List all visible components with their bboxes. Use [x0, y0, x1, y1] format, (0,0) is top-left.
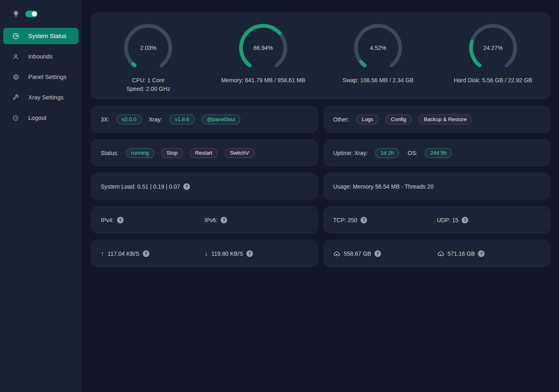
- uptime-card: Uptime: Xray: 1d 2h OS: 24d 5h: [323, 139, 550, 167]
- sidebar-item-logout[interactable]: Logout: [3, 110, 79, 126]
- theme-toggle-row: [0, 7, 82, 20]
- sidebar-item-system-status[interactable]: System Status: [3, 28, 79, 44]
- cpu-speed-label: Speed: 2.00 GHz: [126, 85, 170, 93]
- question-circle-icon[interactable]: ?: [143, 250, 149, 257]
- sidebar-item-label: Panel Settings: [28, 74, 67, 80]
- connections-card: TCP: 250 ? UDP: 15 ?: [323, 206, 550, 234]
- question-circle-icon[interactable]: ?: [478, 250, 485, 257]
- sidebar-item-label: Xray Settings: [28, 94, 63, 101]
- question-circle-icon[interactable]: ?: [361, 217, 367, 223]
- swap-gauge: 4.52% Swap: 108.56 MB / 2.34 GB: [321, 23, 436, 85]
- total-traffic-card: 558.67 GB ? 571.16 GB ?: [323, 240, 550, 267]
- status-label: Status:: [101, 150, 119, 156]
- downloaded-total-block: 571.16 GB ?: [437, 250, 541, 257]
- restart-button[interactable]: Restart: [190, 148, 218, 158]
- cpu-label: CPU: 1 Core: [126, 76, 170, 85]
- download-speed-block: ↓ 119.80 KB/S ?: [205, 250, 309, 257]
- status-card: Status: running Stop Restart SwitchV: [91, 139, 318, 167]
- udp-count: UDP: 15: [437, 217, 459, 223]
- tcp-block: TCP: 250 ?: [333, 217, 437, 223]
- xray-uptime-tag: 1d 2h: [375, 148, 399, 158]
- network-speed-card: ↑ 117.04 KB/S ? ↓ 119.80 KB/S ?: [91, 240, 318, 267]
- dashboard-icon: [12, 33, 19, 40]
- sidebar-item-xray-settings[interactable]: Xray Settings: [3, 89, 79, 106]
- 3x-label: 3X:: [101, 116, 109, 123]
- switch-version-button[interactable]: SwitchV: [225, 148, 255, 158]
- ipv6-block: IPv6: ?: [205, 217, 309, 223]
- swap-label: Swap: 108.56 MB / 2.34 GB: [343, 76, 414, 85]
- sidebar-item-label: System Status: [28, 33, 66, 39]
- cloud-upload-icon: [333, 250, 340, 257]
- bulb-icon: [12, 10, 20, 18]
- disk-percent: 24.27%: [469, 23, 518, 72]
- usage-text: Usage: Memory 56.54 MB - Threads 20: [333, 183, 434, 190]
- xray-label: Xray:: [149, 116, 162, 123]
- wrench-icon: [12, 94, 19, 101]
- other-label: Other:: [333, 116, 349, 123]
- ipv6-label: IPv6:: [205, 217, 218, 223]
- question-circle-icon[interactable]: ?: [183, 183, 190, 190]
- upload-speed: 117.04 KB/S: [108, 250, 140, 257]
- uploaded-total: 558.67 GB: [344, 250, 371, 257]
- cloud-download-icon: [437, 250, 444, 257]
- gauges-card: 2.03% CPU: 1 Core Speed: 2.00 GHz 66.94%…: [91, 12, 550, 99]
- ip-card: IPv4: ? IPv6: ?: [91, 206, 318, 234]
- disk-gauge: 24.27% Hard Disk: 5.56 GB / 22.92 GB: [435, 23, 550, 85]
- system-load-text: System Load: 0.51 | 0.19 | 0.07: [101, 183, 180, 190]
- gear-icon: [12, 74, 19, 81]
- sidebar-item-inbounds[interactable]: Inbounds: [3, 48, 79, 65]
- question-circle-icon[interactable]: ?: [221, 217, 227, 223]
- memory-percent: 66.94%: [239, 23, 288, 72]
- panel-version-tag[interactable]: v2.0.0: [117, 115, 142, 124]
- upload-speed-block: ↑ 117.04 KB/S ?: [101, 250, 205, 257]
- cpu-gauge: 2.03% CPU: 1 Core Speed: 2.00 GHz: [91, 23, 206, 93]
- uploaded-total-block: 558.67 GB ?: [333, 250, 437, 257]
- swap-percent: 4.52%: [354, 23, 403, 72]
- status-running-tag: running: [126, 148, 154, 158]
- stop-button[interactable]: Stop: [161, 148, 183, 158]
- user-icon: [12, 53, 19, 60]
- tcp-count: TCP: 250: [333, 217, 357, 223]
- version-card: 3X: v2.0.0 Xray: v1.8.6 @panel3xui: [91, 106, 318, 133]
- cpu-percent: 2.03%: [124, 23, 173, 72]
- config-button[interactable]: Config: [385, 115, 412, 124]
- os-uptime-tag: 24d 5h: [425, 148, 452, 158]
- backup-restore-button[interactable]: Backup & Restore: [419, 115, 472, 124]
- theme-toggle-switch[interactable]: [25, 11, 38, 17]
- disk-label: Hard Disk: 5.56 GB / 22.92 GB: [454, 76, 532, 85]
- logs-button[interactable]: Logs: [356, 115, 379, 124]
- question-circle-icon[interactable]: ?: [246, 250, 253, 257]
- os-label: OS:: [408, 150, 417, 156]
- question-circle-icon[interactable]: ?: [462, 217, 468, 223]
- sidebar-item-label: Logout: [28, 115, 46, 121]
- ipv4-label: IPv4:: [101, 217, 114, 223]
- download-speed: 119.80 KB/S: [212, 250, 243, 257]
- arrow-up-icon: ↑: [101, 250, 104, 257]
- telegram-channel-tag[interactable]: @panel3xui: [202, 115, 241, 124]
- question-circle-icon[interactable]: ?: [117, 217, 124, 223]
- ipv4-block: IPv4: ?: [101, 217, 205, 223]
- other-card: Other: Logs Config Backup & Restore: [323, 106, 550, 133]
- usage-card: Usage: Memory 56.54 MB - Threads 20: [323, 173, 550, 200]
- toggle-knob: [32, 11, 37, 16]
- logout-icon: [12, 115, 19, 122]
- sidebar-item-panel-settings[interactable]: Panel Settings: [3, 69, 79, 85]
- memory-gauge: 66.94% Memory: 641.79 MB / 958.61 MB: [206, 23, 321, 85]
- xray-version-tag[interactable]: v1.8.6: [169, 115, 194, 124]
- sidebar: System Status Inbounds Panel Settings Xr…: [0, 0, 82, 392]
- system-load-card: System Load: 0.51 | 0.19 | 0.07 ?: [91, 173, 318, 200]
- uptime-label: Uptime: Xray:: [333, 150, 368, 156]
- memory-label: Memory: 641.79 MB / 958.61 MB: [221, 76, 305, 85]
- main-content: 2.03% CPU: 1 Core Speed: 2.00 GHz 66.94%…: [82, 0, 559, 392]
- sidebar-item-label: Inbounds: [28, 53, 53, 60]
- question-circle-icon[interactable]: ?: [374, 250, 381, 257]
- udp-block: UDP: 15 ?: [437, 217, 541, 223]
- downloaded-total: 571.16 GB: [448, 250, 475, 257]
- arrow-down-icon: ↓: [205, 250, 208, 257]
